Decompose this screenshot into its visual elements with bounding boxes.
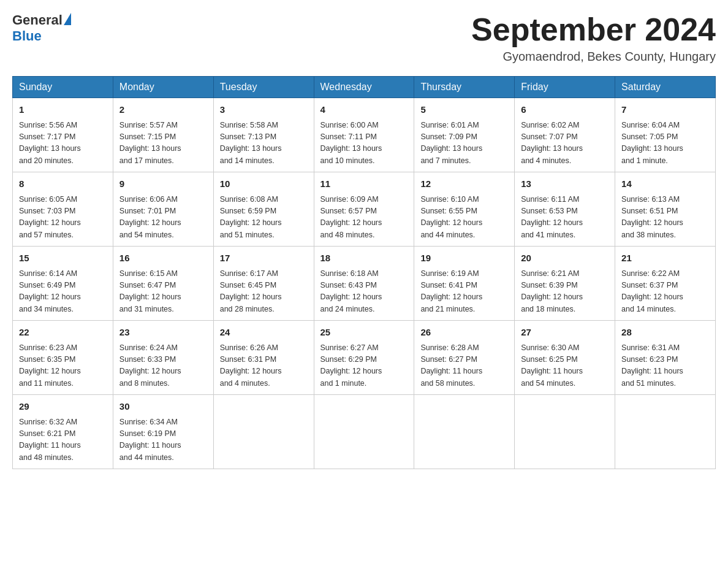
day-number: 5 xyxy=(420,103,508,117)
calendar-cell: 14Sunrise: 6:13 AM Sunset: 6:51 PM Dayli… xyxy=(615,172,716,247)
day-number: 14 xyxy=(621,177,709,191)
calendar-cell: 18Sunrise: 6:18 AM Sunset: 6:43 PM Dayli… xyxy=(314,247,414,321)
day-info: Sunrise: 6:28 AM Sunset: 6:27 PM Dayligh… xyxy=(420,342,508,390)
calendar-week-row: 22Sunrise: 6:23 AM Sunset: 6:35 PM Dayli… xyxy=(13,321,716,395)
day-info: Sunrise: 6:22 AM Sunset: 6:37 PM Dayligh… xyxy=(621,268,709,316)
logo-general-text: General xyxy=(12,12,63,28)
page-header: General Blue September 2024 Gyomaendrod,… xyxy=(12,12,716,64)
day-info: Sunrise: 6:19 AM Sunset: 6:41 PM Dayligh… xyxy=(420,268,508,316)
calendar-header-sunday: Sunday xyxy=(13,77,113,98)
day-info: Sunrise: 6:11 AM Sunset: 6:53 PM Dayligh… xyxy=(521,194,609,242)
calendar-week-row: 8Sunrise: 6:05 AM Sunset: 7:03 PM Daylig… xyxy=(13,172,716,247)
day-number: 1 xyxy=(19,103,107,117)
calendar-cell: 22Sunrise: 6:23 AM Sunset: 6:35 PM Dayli… xyxy=(13,321,113,395)
calendar-header-tuesday: Tuesday xyxy=(213,77,314,98)
calendar-cell xyxy=(414,395,515,469)
calendar-week-row: 1Sunrise: 5:56 AM Sunset: 7:17 PM Daylig… xyxy=(13,98,716,172)
calendar-cell: 3Sunrise: 5:58 AM Sunset: 7:13 PM Daylig… xyxy=(213,98,314,172)
calendar-cell: 15Sunrise: 6:14 AM Sunset: 6:49 PM Dayli… xyxy=(13,247,113,321)
day-info: Sunrise: 6:24 AM Sunset: 6:33 PM Dayligh… xyxy=(119,342,207,390)
day-number: 4 xyxy=(320,103,408,117)
day-number: 7 xyxy=(621,103,709,117)
logo: General Blue xyxy=(12,12,71,44)
day-info: Sunrise: 6:00 AM Sunset: 7:11 PM Dayligh… xyxy=(320,120,408,167)
calendar-cell: 1Sunrise: 5:56 AM Sunset: 7:17 PM Daylig… xyxy=(13,98,113,172)
day-number: 13 xyxy=(521,177,609,191)
calendar-table: SundayMondayTuesdayWednesdayThursdayFrid… xyxy=(12,76,716,469)
day-number: 18 xyxy=(320,251,408,266)
calendar-header-saturday: Saturday xyxy=(615,77,716,98)
day-number: 2 xyxy=(119,103,207,117)
calendar-cell: 24Sunrise: 6:26 AM Sunset: 6:31 PM Dayli… xyxy=(213,321,314,395)
day-info: Sunrise: 6:34 AM Sunset: 6:19 PM Dayligh… xyxy=(119,416,207,464)
day-number: 20 xyxy=(521,251,609,266)
calendar-cell xyxy=(314,395,414,469)
calendar-cell: 12Sunrise: 6:10 AM Sunset: 6:55 PM Dayli… xyxy=(414,172,515,247)
calendar-cell: 9Sunrise: 6:06 AM Sunset: 7:01 PM Daylig… xyxy=(113,172,213,247)
day-info: Sunrise: 6:15 AM Sunset: 6:47 PM Dayligh… xyxy=(119,268,207,316)
calendar-cell: 7Sunrise: 6:04 AM Sunset: 7:05 PM Daylig… xyxy=(615,98,716,172)
calendar-cell: 16Sunrise: 6:15 AM Sunset: 6:47 PM Dayli… xyxy=(113,247,213,321)
day-number: 17 xyxy=(220,251,308,266)
calendar-cell xyxy=(515,395,615,469)
day-info: Sunrise: 6:08 AM Sunset: 6:59 PM Dayligh… xyxy=(220,194,308,242)
calendar-cell: 13Sunrise: 6:11 AM Sunset: 6:53 PM Dayli… xyxy=(515,172,615,247)
day-info: Sunrise: 6:21 AM Sunset: 6:39 PM Dayligh… xyxy=(521,268,609,316)
day-info: Sunrise: 6:10 AM Sunset: 6:55 PM Dayligh… xyxy=(420,194,508,242)
calendar-cell: 20Sunrise: 6:21 AM Sunset: 6:39 PM Dayli… xyxy=(515,247,615,321)
day-number: 21 xyxy=(621,251,709,266)
day-number: 24 xyxy=(220,326,308,340)
calendar-header-monday: Monday xyxy=(113,77,213,98)
calendar-cell: 23Sunrise: 6:24 AM Sunset: 6:33 PM Dayli… xyxy=(113,321,213,395)
day-number: 11 xyxy=(320,177,408,191)
calendar-cell: 10Sunrise: 6:08 AM Sunset: 6:59 PM Dayli… xyxy=(213,172,314,247)
day-number: 10 xyxy=(220,177,308,191)
day-info: Sunrise: 6:31 AM Sunset: 6:23 PM Dayligh… xyxy=(621,342,709,390)
location-title: Gyomaendrod, Bekes County, Hungary xyxy=(471,50,716,64)
calendar-cell: 2Sunrise: 5:57 AM Sunset: 7:15 PM Daylig… xyxy=(113,98,213,172)
day-info: Sunrise: 6:04 AM Sunset: 7:05 PM Dayligh… xyxy=(621,120,709,167)
day-number: 9 xyxy=(119,177,207,191)
day-number: 25 xyxy=(320,326,408,340)
day-number: 6 xyxy=(521,103,609,117)
calendar-cell: 19Sunrise: 6:19 AM Sunset: 6:41 PM Dayli… xyxy=(414,247,515,321)
calendar-cell: 11Sunrise: 6:09 AM Sunset: 6:57 PM Dayli… xyxy=(314,172,414,247)
calendar-cell: 29Sunrise: 6:32 AM Sunset: 6:21 PM Dayli… xyxy=(13,395,113,469)
day-number: 3 xyxy=(220,103,308,117)
calendar-cell: 17Sunrise: 6:17 AM Sunset: 6:45 PM Dayli… xyxy=(213,247,314,321)
day-info: Sunrise: 6:02 AM Sunset: 7:07 PM Dayligh… xyxy=(521,120,609,167)
day-info: Sunrise: 5:58 AM Sunset: 7:13 PM Dayligh… xyxy=(220,120,308,167)
day-info: Sunrise: 5:56 AM Sunset: 7:17 PM Dayligh… xyxy=(19,120,107,167)
calendar-cell: 8Sunrise: 6:05 AM Sunset: 7:03 PM Daylig… xyxy=(13,172,113,247)
calendar-week-row: 15Sunrise: 6:14 AM Sunset: 6:49 PM Dayli… xyxy=(13,247,716,321)
calendar-cell: 5Sunrise: 6:01 AM Sunset: 7:09 PM Daylig… xyxy=(414,98,515,172)
calendar-header-row: SundayMondayTuesdayWednesdayThursdayFrid… xyxy=(13,77,716,98)
calendar-week-row: 29Sunrise: 6:32 AM Sunset: 6:21 PM Dayli… xyxy=(13,395,716,469)
calendar-cell: 27Sunrise: 6:30 AM Sunset: 6:25 PM Dayli… xyxy=(515,321,615,395)
logo-blue-text: Blue xyxy=(12,28,42,44)
logo-triangle-icon xyxy=(64,13,71,25)
calendar-cell: 30Sunrise: 6:34 AM Sunset: 6:19 PM Dayli… xyxy=(113,395,213,469)
day-number: 30 xyxy=(119,400,207,414)
calendar-header-wednesday: Wednesday xyxy=(314,77,414,98)
day-info: Sunrise: 6:06 AM Sunset: 7:01 PM Dayligh… xyxy=(119,194,207,242)
title-area: September 2024 Gyomaendrod, Bekes County… xyxy=(471,12,716,64)
day-info: Sunrise: 6:01 AM Sunset: 7:09 PM Dayligh… xyxy=(420,120,508,167)
day-info: Sunrise: 6:23 AM Sunset: 6:35 PM Dayligh… xyxy=(19,342,107,390)
calendar-cell: 28Sunrise: 6:31 AM Sunset: 6:23 PM Dayli… xyxy=(615,321,716,395)
month-title: September 2024 xyxy=(471,12,716,47)
day-number: 26 xyxy=(420,326,508,340)
day-info: Sunrise: 6:05 AM Sunset: 7:03 PM Dayligh… xyxy=(19,194,107,242)
day-number: 8 xyxy=(19,177,107,191)
calendar-header-thursday: Thursday xyxy=(414,77,515,98)
day-number: 27 xyxy=(521,326,609,340)
day-number: 19 xyxy=(420,251,508,266)
day-info: Sunrise: 6:27 AM Sunset: 6:29 PM Dayligh… xyxy=(320,342,408,390)
day-number: 23 xyxy=(119,326,207,340)
day-info: Sunrise: 6:18 AM Sunset: 6:43 PM Dayligh… xyxy=(320,268,408,316)
day-info: Sunrise: 6:17 AM Sunset: 6:45 PM Dayligh… xyxy=(220,268,308,316)
day-info: Sunrise: 6:14 AM Sunset: 6:49 PM Dayligh… xyxy=(19,268,107,316)
calendar-cell xyxy=(615,395,716,469)
day-number: 15 xyxy=(19,251,107,266)
calendar-cell: 25Sunrise: 6:27 AM Sunset: 6:29 PM Dayli… xyxy=(314,321,414,395)
